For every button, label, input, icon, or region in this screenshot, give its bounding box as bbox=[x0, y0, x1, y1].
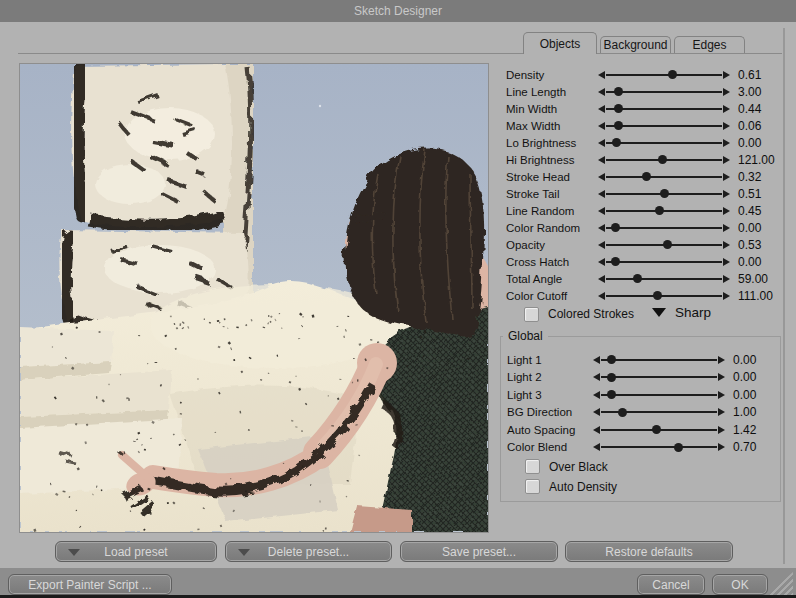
slider-control[interactable] bbox=[593, 353, 725, 366]
slider-left-arrow-icon[interactable] bbox=[598, 207, 605, 215]
slider-handle[interactable] bbox=[611, 257, 620, 266]
slider-handle[interactable] bbox=[655, 206, 664, 215]
slider-control[interactable] bbox=[598, 153, 730, 166]
slider-handle[interactable] bbox=[612, 138, 621, 147]
slider-right-arrow-icon[interactable] bbox=[723, 258, 730, 266]
slider-track[interactable] bbox=[606, 102, 722, 115]
slider-left-arrow-icon[interactable] bbox=[598, 241, 605, 249]
slider-control[interactable] bbox=[593, 441, 725, 454]
slider-right-arrow-icon[interactable] bbox=[723, 122, 730, 130]
stroke-style-dropdown[interactable]: Sharp bbox=[652, 305, 711, 320]
slider-left-arrow-icon[interactable] bbox=[598, 173, 605, 181]
slider-handle[interactable] bbox=[660, 189, 669, 198]
delete-preset-button[interactable]: Delete preset... bbox=[225, 541, 392, 562]
slider-handle[interactable] bbox=[614, 121, 623, 130]
slider-control[interactable] bbox=[598, 119, 730, 132]
slider-control[interactable] bbox=[593, 406, 725, 419]
slider-right-arrow-icon[interactable] bbox=[718, 408, 725, 416]
slider-right-arrow-icon[interactable] bbox=[723, 190, 730, 198]
slider-handle[interactable] bbox=[618, 408, 627, 417]
load-preset-button[interactable]: Load preset bbox=[55, 541, 217, 562]
slider-left-arrow-icon[interactable] bbox=[593, 391, 600, 399]
slider-handle[interactable] bbox=[614, 104, 623, 113]
colored-strokes-checkbox[interactable] bbox=[524, 307, 539, 322]
slider-control[interactable] bbox=[593, 423, 725, 436]
slider-handle[interactable] bbox=[674, 443, 683, 452]
auto-density-checkbox[interactable] bbox=[525, 479, 540, 494]
slider-left-arrow-icon[interactable] bbox=[598, 224, 605, 232]
slider-track[interactable] bbox=[601, 423, 717, 436]
slider-track[interactable] bbox=[606, 272, 722, 285]
slider-control[interactable] bbox=[598, 272, 730, 285]
slider-track[interactable] bbox=[601, 406, 717, 419]
slider-control[interactable] bbox=[598, 85, 730, 98]
slider-handle[interactable] bbox=[642, 172, 651, 181]
slider-track[interactable] bbox=[606, 68, 722, 81]
slider-right-arrow-icon[interactable] bbox=[718, 443, 725, 451]
slider-right-arrow-icon[interactable] bbox=[723, 275, 730, 283]
slider-control[interactable] bbox=[593, 371, 725, 384]
slider-left-arrow-icon[interactable] bbox=[593, 373, 600, 381]
slider-handle[interactable] bbox=[658, 155, 667, 164]
slider-left-arrow-icon[interactable] bbox=[598, 275, 605, 283]
slider-track[interactable] bbox=[606, 153, 722, 166]
slider-track[interactable] bbox=[606, 204, 722, 217]
tab-edges[interactable]: Edges bbox=[674, 36, 745, 53]
slider-left-arrow-icon[interactable] bbox=[593, 356, 600, 364]
slider-handle[interactable] bbox=[668, 70, 677, 79]
slider-right-arrow-icon[interactable] bbox=[723, 105, 730, 113]
slider-left-arrow-icon[interactable] bbox=[598, 88, 605, 96]
slider-track[interactable] bbox=[606, 289, 722, 302]
slider-left-arrow-icon[interactable] bbox=[598, 122, 605, 130]
slider-handle[interactable] bbox=[611, 223, 620, 232]
slider-control[interactable] bbox=[598, 68, 730, 81]
slider-track[interactable] bbox=[601, 388, 717, 401]
slider-control[interactable] bbox=[598, 221, 730, 234]
slider-handle[interactable] bbox=[652, 425, 661, 434]
ok-button[interactable]: OK bbox=[712, 574, 768, 595]
slider-handle[interactable] bbox=[607, 355, 616, 364]
slider-handle[interactable] bbox=[607, 373, 616, 382]
slider-left-arrow-icon[interactable] bbox=[593, 426, 600, 434]
slider-right-arrow-icon[interactable] bbox=[718, 356, 725, 364]
tab-background[interactable]: Background bbox=[600, 36, 671, 53]
slider-control[interactable] bbox=[598, 204, 730, 217]
slider-track[interactable] bbox=[606, 85, 722, 98]
slider-right-arrow-icon[interactable] bbox=[718, 391, 725, 399]
slider-right-arrow-icon[interactable] bbox=[723, 139, 730, 147]
over-black-checkbox[interactable] bbox=[525, 459, 540, 474]
slider-control[interactable] bbox=[598, 255, 730, 268]
slider-control[interactable] bbox=[598, 136, 730, 149]
slider-control[interactable] bbox=[598, 238, 730, 251]
slider-right-arrow-icon[interactable] bbox=[723, 292, 730, 300]
slider-right-arrow-icon[interactable] bbox=[723, 88, 730, 96]
slider-track[interactable] bbox=[606, 255, 722, 268]
slider-right-arrow-icon[interactable] bbox=[723, 71, 730, 79]
slider-track[interactable] bbox=[606, 119, 722, 132]
slider-left-arrow-icon[interactable] bbox=[598, 190, 605, 198]
slider-track[interactable] bbox=[601, 441, 717, 454]
slider-handle[interactable] bbox=[614, 87, 623, 96]
slider-right-arrow-icon[interactable] bbox=[723, 224, 730, 232]
slider-track[interactable] bbox=[601, 371, 717, 384]
slider-handle[interactable] bbox=[653, 291, 662, 300]
slider-track[interactable] bbox=[606, 238, 722, 251]
slider-track[interactable] bbox=[606, 221, 722, 234]
cancel-button[interactable]: Cancel bbox=[637, 574, 705, 595]
slider-control[interactable] bbox=[598, 289, 730, 302]
slider-left-arrow-icon[interactable] bbox=[598, 105, 605, 113]
slider-left-arrow-icon[interactable] bbox=[593, 443, 600, 451]
slider-track[interactable] bbox=[606, 136, 722, 149]
slider-right-arrow-icon[interactable] bbox=[723, 173, 730, 181]
slider-right-arrow-icon[interactable] bbox=[718, 426, 725, 434]
slider-right-arrow-icon[interactable] bbox=[718, 373, 725, 381]
slider-control[interactable] bbox=[598, 102, 730, 115]
slider-right-arrow-icon[interactable] bbox=[723, 241, 730, 249]
slider-handle[interactable] bbox=[663, 240, 672, 249]
slider-left-arrow-icon[interactable] bbox=[598, 139, 605, 147]
slider-left-arrow-icon[interactable] bbox=[598, 292, 605, 300]
slider-track[interactable] bbox=[606, 187, 722, 200]
restore-defaults-button[interactable]: Restore defaults bbox=[565, 541, 733, 562]
slider-left-arrow-icon[interactable] bbox=[598, 258, 605, 266]
tab-objects[interactable]: Objects bbox=[523, 32, 597, 54]
